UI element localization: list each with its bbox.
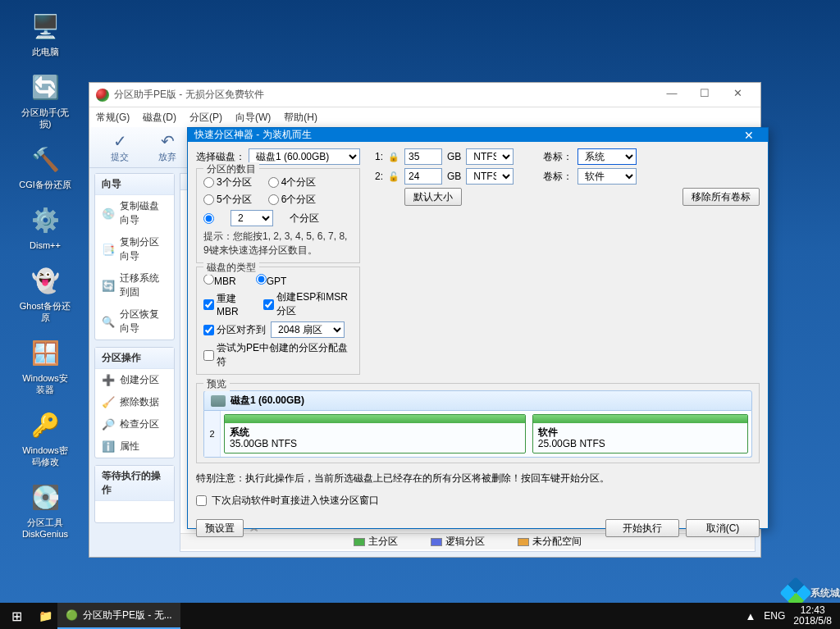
desktop-icon-cgi[interactable]: 🔨CGI备份还原	[15, 139, 75, 194]
partition-ops-panel: 分区操作 ➕创建分区 🧹擦除数据 🔎检查分区 ℹ️属性	[94, 347, 175, 458]
clock-date[interactable]: 2018/5/8	[793, 616, 832, 627]
undo-icon: ↶	[145, 131, 189, 151]
unlock-icon[interactable]: 🔓	[388, 171, 399, 182]
wipe-icon: 🧹	[102, 396, 115, 409]
desktop-icon-this-pc[interactable]: 🖥️此电脑	[15, 7, 75, 61]
desktop-icon-wininstall[interactable]: 🪟Windows安装器	[15, 333, 75, 399]
op-wipe[interactable]: 🧹擦除数据	[95, 391, 174, 413]
desktop: 🖥️此电脑 🔄分区助手(无损) 🔨CGI备份还原 ⚙️Dism++ 👻Ghost…	[0, 0, 90, 543]
radio-4[interactable]: 4个分区	[268, 175, 317, 189]
fs-select-2[interactable]: NTFS	[466, 168, 514, 185]
gears-icon: ⚙️	[29, 203, 62, 236]
wizard-recover[interactable]: 🔍分区恢复向导	[95, 303, 174, 340]
app-icon: 🟢	[66, 609, 78, 621]
sidebar: 向导 💿复制磁盘向导 📑复制分区向导 🔄迁移系统到固 🔍分区恢复向导 分区操作 …	[89, 168, 180, 557]
radio-3[interactable]: 3个分区	[203, 175, 252, 189]
wizard-copy-disk[interactable]: 💿复制磁盘向导	[95, 195, 174, 231]
dialog-footer: 预设置 ︽ 开始执行 取消(C)	[188, 514, 768, 545]
disk-type-group: 磁盘的类型 MBR GPT 重建MBR 创建ESP和MSR分区 分区对齐到 20…	[196, 267, 360, 375]
dialog-close-button[interactable]: ✕	[737, 129, 761, 142]
op-props[interactable]: ℹ️属性	[95, 435, 174, 458]
custom-count-select[interactable]: 2	[231, 210, 273, 226]
preview-part-1[interactable]: 系统35.00GB NTFS	[224, 414, 526, 454]
default-size-button[interactable]: 默认大小	[404, 188, 462, 206]
expand-icon[interactable]: ︽	[250, 522, 258, 534]
fs-select-1[interactable]: NTFS	[466, 148, 514, 165]
windows-icon: 🪟	[29, 336, 62, 369]
align-select[interactable]: 2048 扇区	[271, 321, 345, 338]
desktop-icon-ghost[interactable]: 👻Ghost备份还原	[15, 261, 75, 326]
preset-button[interactable]: 预设置	[196, 519, 244, 537]
partition-count-group: 分区的数目 3个分区 4个分区 5个分区 6个分区 2 个分区 提示：您能按1	[196, 168, 360, 263]
preview-disk-header: 磁盘1 (60.00GB)	[203, 390, 752, 411]
chk-startup[interactable]: 下次启动软件时直接进入快速分区窗口	[196, 494, 760, 508]
info-icon: ℹ️	[102, 440, 115, 454]
desktop-icon-dism[interactable]: ⚙️Dism++	[15, 200, 75, 254]
chk-rebuild-mbr[interactable]: 重建MBR	[203, 292, 250, 317]
chk-pe-letter[interactable]: 尝试为PE中创建的分区分配盘符	[203, 341, 353, 369]
key-icon: 🔑	[29, 408, 62, 441]
menu-help[interactable]: 帮助(H)	[284, 111, 317, 125]
volume-input-1[interactable]: 系统	[578, 148, 637, 165]
chk-align[interactable]: 分区对齐到	[203, 323, 266, 337]
chk-esp-msr[interactable]: 创建ESP和MSR分区	[263, 290, 353, 318]
menu-disk[interactable]: 磁盘(D)	[143, 111, 176, 125]
desktop-icon-winpass[interactable]: 🔑Windows密码修改	[15, 405, 75, 471]
desktop-icon-diskgenius[interactable]: 💽分区工具DiskGenius	[15, 477, 75, 543]
hammer-icon: 🔨	[29, 143, 62, 175]
tray-icon[interactable]: ▲	[745, 610, 756, 622]
radio-custom[interactable]	[203, 213, 214, 224]
count-hint: 提示：您能按1, 2, 3, 4, 5, 6, 7, 8, 9键来快速选择分区数…	[203, 230, 353, 258]
lang-indicator[interactable]: ENG	[764, 610, 785, 622]
radio-mbr[interactable]: MBR	[203, 274, 236, 287]
remove-labels-button[interactable]: 移除所有卷标	[682, 188, 760, 206]
watermark: 系统城	[784, 581, 840, 604]
preview-group: 预览 磁盘1 (60.00GB) 2 系统35.00GB NTFS 软件25.0…	[196, 383, 760, 463]
menu-general[interactable]: 常规(G)	[96, 111, 130, 125]
radio-5[interactable]: 5个分区	[203, 193, 252, 207]
disk-icon: 💽	[29, 481, 62, 513]
dialog-title: 快速分区神器 - 为装机而生	[194, 128, 737, 142]
discard-button[interactable]: ↶放弃	[145, 131, 189, 163]
maximize-button[interactable]: ☐	[688, 87, 721, 103]
partition-icon: 🔄	[29, 71, 62, 103]
hdd-icon	[211, 395, 226, 407]
taskbar-app[interactable]: 🟢 分区助手PE版 - 无...	[57, 603, 180, 629]
window-title: 分区助手PE版 - 无损分区免费软件	[114, 88, 655, 102]
check-part-icon: 🔎	[102, 418, 115, 431]
wizard-copy-part[interactable]: 📑复制分区向导	[95, 231, 174, 267]
volume-input-2[interactable]: 软件	[578, 168, 637, 185]
ops-header: 分区操作	[95, 348, 174, 369]
partition-bar: 2 系统35.00GB NTFS 软件25.00GB NTFS	[203, 411, 752, 458]
radio-gpt[interactable]: GPT	[256, 274, 287, 287]
op-create[interactable]: ➕创建分区	[95, 369, 174, 391]
op-check[interactable]: 🔎检查分区	[95, 413, 174, 435]
close-button[interactable]: ✕	[721, 87, 754, 103]
menu-partition[interactable]: 分区(P)	[189, 111, 222, 125]
desktop-icon-partition[interactable]: 🔄分区助手(无损)	[15, 67, 75, 133]
pending-header: 等待执行的操作	[95, 466, 174, 501]
start-button[interactable]: 开始执行	[605, 519, 679, 537]
start-button[interactable]: ⊞	[0, 608, 33, 624]
preview-part-2[interactable]: 软件25.00GB NTFS	[532, 414, 748, 454]
copy-disk-icon: 💿	[102, 207, 115, 220]
titlebar: 分区助手PE版 - 无损分区免费软件 — ☐ ✕	[89, 83, 760, 107]
cancel-button[interactable]: 取消(C)	[686, 519, 760, 537]
dialog-titlebar: 快速分区神器 - 为装机而生 ✕	[188, 128, 768, 142]
partition-row-2: 2: 🔓 GB NTFS 卷标： 软件	[370, 168, 760, 185]
size-input-1[interactable]	[404, 148, 442, 165]
lock-icon[interactable]: 🔒	[388, 151, 399, 162]
explorer-icon[interactable]: 📁	[33, 609, 57, 622]
pending-panel: 等待执行的操作	[94, 465, 175, 523]
disk-select[interactable]: 磁盘1 (60.00GB)	[249, 148, 360, 165]
taskbar: ⊞ 📁 🟢 分区助手PE版 - 无... ▲ ENG 12:43 2018/5/…	[0, 603, 840, 629]
wizard-header: 向导	[95, 174, 174, 195]
size-input-2[interactable]	[404, 168, 442, 185]
wizard-migrate[interactable]: 🔄迁移系统到固	[95, 267, 174, 303]
system-tray: ▲ ENG 12:43 2018/5/8	[737, 605, 840, 627]
radio-6[interactable]: 6个分区	[268, 193, 317, 207]
commit-button[interactable]: ✓提交	[98, 131, 142, 163]
wizard-panel: 向导 💿复制磁盘向导 📑复制分区向导 🔄迁移系统到固 🔍分区恢复向导	[94, 173, 175, 340]
menu-wizard[interactable]: 向导(W)	[235, 111, 271, 125]
minimize-button[interactable]: —	[655, 87, 688, 103]
